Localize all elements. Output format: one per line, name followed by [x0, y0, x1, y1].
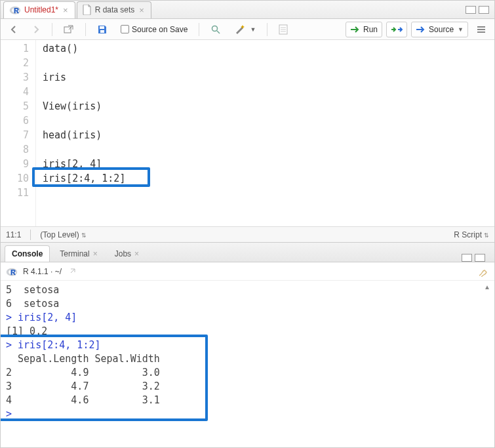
notebook-icon: [279, 24, 288, 35]
rerun-button[interactable]: [386, 22, 407, 37]
tab-jobs[interactable]: Jobs ×: [108, 245, 146, 262]
show-in-new-button[interactable]: [59, 22, 79, 37]
wand-button[interactable]: ▼: [229, 22, 260, 37]
console-pane: Console Terminal × Jobs × R 4.1.1 · ~/ ▴: [1, 243, 494, 447]
tab-console[interactable]: Console: [5, 245, 50, 262]
popout-icon: [64, 25, 74, 34]
tab-label: Untitled1*: [24, 5, 58, 14]
minimize-pane-icon[interactable]: [465, 6, 476, 14]
source-on-save-label: Source on Save: [132, 25, 188, 34]
run-label: Run: [363, 25, 378, 34]
outline-button[interactable]: [472, 22, 490, 37]
tab-terminal[interactable]: Terminal ×: [52, 245, 104, 262]
console-output[interactable]: ▴ 5 setosa6 setosa> iris[2, 4][1] 0.2> i…: [1, 281, 494, 447]
r-logo-icon: [9, 4, 21, 16]
save-icon: [97, 24, 108, 35]
close-icon[interactable]: ×: [93, 249, 98, 258]
forward-button[interactable]: [27, 22, 45, 37]
svg-rect-2: [64, 27, 71, 33]
svg-rect-3: [100, 26, 104, 29]
tab-datasets[interactable]: R data sets ×: [77, 1, 151, 18]
code-editor[interactable]: 1234567891011 data()irisView(iris)head(i…: [1, 40, 494, 226]
outline-icon: [477, 26, 486, 33]
source-pane: Untitled1* × R data sets ×: [1, 1, 494, 243]
maximize-pane-icon[interactable]: [475, 254, 485, 262]
console-header: R 4.1.1 · ~/: [1, 262, 494, 281]
close-icon[interactable]: ×: [134, 249, 139, 258]
notebook-button[interactable]: [274, 22, 292, 37]
arrow-right-icon: [31, 25, 41, 34]
checkbox-icon: [121, 25, 129, 33]
minimize-pane-icon[interactable]: [462, 254, 472, 262]
source-label: Source: [429, 25, 454, 34]
document-icon: [83, 5, 92, 15]
chevron-down-icon: ▼: [458, 26, 464, 33]
svg-point-5: [212, 26, 218, 31]
popout-icon[interactable]: [67, 268, 76, 275]
code-area[interactable]: data()irisView(iris)head(iris)iris[2, 4]…: [36, 40, 494, 226]
source-button[interactable]: Source ▼: [411, 22, 468, 37]
arrow-left-icon: [9, 25, 18, 34]
r-logo-icon: [6, 266, 18, 277]
run-button[interactable]: Run: [346, 22, 382, 37]
svg-rect-4: [100, 30, 104, 33]
source-tab-strip: Untitled1* × R data sets ×: [1, 1, 494, 19]
close-icon[interactable]: ×: [138, 5, 146, 15]
clear-console-icon[interactable]: [477, 266, 489, 277]
search-icon: [210, 24, 221, 35]
source-on-save-toggle[interactable]: Source on Save: [116, 22, 192, 37]
scroll-up-icon[interactable]: ▴: [483, 282, 492, 291]
window-controls: [462, 254, 490, 262]
close-icon[interactable]: ×: [62, 5, 69, 15]
find-button[interactable]: [206, 22, 226, 37]
source-toolbar: Source on Save ▼ Run: [1, 19, 494, 40]
window-controls: [465, 6, 494, 14]
save-button[interactable]: [92, 22, 112, 37]
tab-untitled[interactable]: Untitled1* ×: [3, 1, 75, 18]
source-arrow-icon: [416, 26, 426, 33]
scope-selector[interactable]: (Top Level)⇅: [40, 230, 86, 239]
chevron-down-icon: ▼: [250, 26, 256, 33]
maximize-pane-icon[interactable]: [479, 6, 489, 14]
run-arrow-icon: [350, 26, 361, 33]
source-status-bar: 11:1 (Top Level)⇅ R Script⇅: [1, 226, 494, 242]
console-tab-strip: Console Terminal × Jobs ×: [1, 243, 494, 262]
tab-label: R data sets: [95, 5, 135, 14]
back-button[interactable]: [5, 22, 23, 37]
cursor-position: 11:1: [6, 230, 21, 239]
file-type-selector[interactable]: R Script⇅: [454, 230, 489, 239]
wand-icon: [234, 24, 246, 35]
r-version-label: R 4.1.1 · ~/: [23, 267, 62, 276]
line-gutter: 1234567891011: [1, 40, 36, 226]
rerun-icon: [391, 26, 403, 33]
